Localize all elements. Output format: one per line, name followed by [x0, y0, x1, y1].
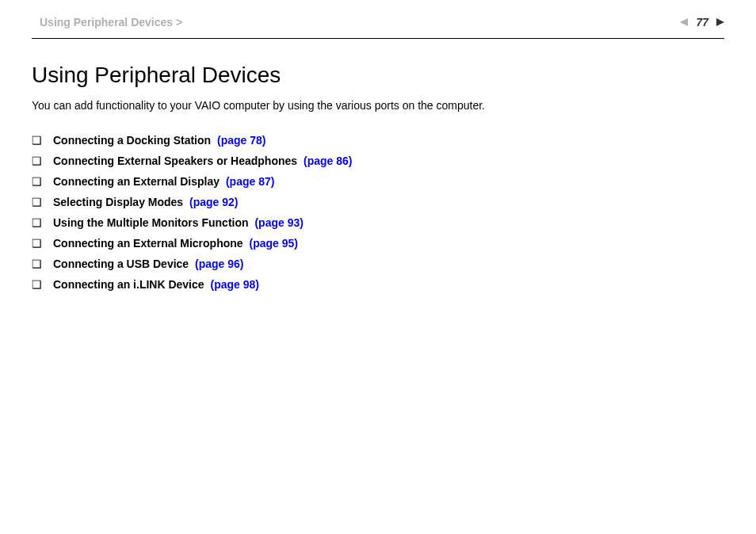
svg-marker-0: [680, 18, 688, 26]
toc-label: Selecting Display Modes: [53, 196, 183, 208]
toc-page-link[interactable]: (page 86): [304, 154, 352, 167]
bullet-icon: ❑: [32, 176, 42, 187]
toc-page-link[interactable]: (page 93): [254, 216, 303, 229]
bullet-icon: ❑: [32, 217, 42, 228]
page-number: 77: [696, 16, 708, 29]
breadcrumb: Using Peripheral Devices >: [40, 16, 182, 29]
toc-item: ❑ Connecting an i.LINK Device (page 98): [32, 278, 724, 291]
page-navigation: 77: [680, 16, 724, 29]
toc-list: ❑ Connecting a Docking Station (page 78)…: [32, 134, 724, 291]
content-area: Using Peripheral Devices You can add fun…: [0, 39, 756, 291]
prev-page-arrow-icon[interactable]: [680, 17, 689, 27]
bullet-icon: ❑: [32, 196, 42, 208]
toc-page-link[interactable]: (page 92): [189, 196, 238, 208]
toc-page-link[interactable]: (page 96): [195, 257, 243, 270]
bullet-icon: ❑: [32, 279, 42, 290]
toc-item: ❑ Connecting an External Display (page 8…: [32, 175, 724, 188]
toc-label: Using the Multiple Monitors Function: [53, 216, 249, 229]
toc-page-link[interactable]: (page 95): [249, 237, 297, 250]
toc-item: ❑ Connecting an External Microphone (pag…: [32, 237, 724, 250]
toc-item: ❑ Connecting a USB Device (page 96): [32, 257, 724, 270]
toc-item: ❑ Using the Multiple Monitors Function (…: [32, 216, 724, 229]
next-page-arrow-icon[interactable]: [715, 17, 724, 27]
header: Using Peripheral Devices > 77: [0, 0, 756, 29]
svg-marker-1: [716, 18, 724, 26]
toc-label: Connecting a Docking Station: [53, 134, 211, 147]
bullet-icon: ❑: [32, 155, 42, 166]
toc-label: Connecting an i.LINK Device: [53, 278, 204, 291]
toc-label: Connecting External Speakers or Headphon…: [53, 154, 297, 167]
intro-text: You can add functionality to your VAIO c…: [32, 99, 724, 112]
toc-label: Connecting a USB Device: [53, 257, 189, 270]
bullet-icon: ❑: [32, 258, 42, 269]
toc-item: ❑ Selecting Display Modes (page 92): [32, 196, 724, 208]
page-title: Using Peripheral Devices: [32, 63, 724, 88]
toc-label: Connecting an External Display: [53, 175, 220, 188]
toc-page-link[interactable]: (page 98): [210, 278, 258, 291]
toc-item: ❑ Connecting External Speakers or Headph…: [32, 154, 724, 167]
toc-item: ❑ Connecting a Docking Station (page 78): [32, 134, 724, 147]
toc-label: Connecting an External Microphone: [53, 237, 243, 250]
bullet-icon: ❑: [32, 238, 42, 249]
toc-page-link[interactable]: (page 78): [217, 134, 265, 147]
toc-page-link[interactable]: (page 87): [226, 175, 274, 188]
bullet-icon: ❑: [32, 135, 42, 146]
